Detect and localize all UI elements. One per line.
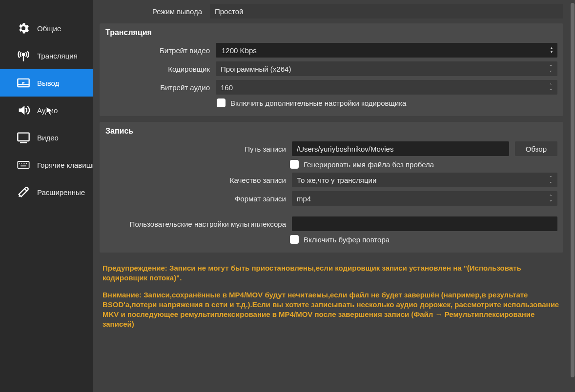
record-format-value: mp4 bbox=[297, 195, 311, 203]
tools-icon bbox=[17, 185, 30, 199]
sidebar-item-label: Аудио bbox=[37, 106, 58, 115]
sidebar-item-hotkeys[interactable]: Горячие клавиши bbox=[0, 151, 93, 178]
filename-no-space-label: Генерировать имя файла без пробела bbox=[304, 160, 434, 169]
browse-button[interactable]: Обзор bbox=[515, 141, 557, 156]
gear-icon bbox=[17, 21, 30, 35]
video-bitrate-value: 1200 Kbps bbox=[222, 46, 257, 55]
keyboard-icon bbox=[17, 158, 30, 172]
speaker-icon bbox=[17, 103, 30, 117]
video-bitrate-label: Битрейт видео bbox=[105, 46, 210, 55]
antenna-icon bbox=[17, 49, 30, 62]
record-panel-title: Запись bbox=[100, 122, 563, 139]
svg-rect-6 bbox=[18, 161, 29, 168]
record-quality-value: То же,что у трансляции bbox=[297, 176, 376, 184]
scrollbar-thumb[interactable] bbox=[571, 3, 575, 377]
browse-button-label: Обзор bbox=[526, 145, 547, 153]
chevrons-icon: ⌃⌄ bbox=[546, 65, 553, 73]
sidebar-item-label: Горячие клавиши bbox=[37, 161, 93, 169]
encoder-row: Кодировщик Программный (x264) ⌃⌄ bbox=[100, 59, 563, 78]
mux-settings-label: Пользовательские настройки мультиплексор… bbox=[105, 220, 286, 228]
sidebar-item-general[interactable]: Общие bbox=[0, 15, 93, 42]
stream-panel-title: Трансляция bbox=[100, 23, 563, 41]
record-format-row: Формат записи mp4 ⌃⌄ bbox=[100, 189, 563, 208]
record-path-input[interactable]: /Users/yuriyboshnikov/Movies bbox=[292, 141, 509, 156]
output-mode-select[interactable]: Простой bbox=[210, 4, 563, 19]
record-format-label: Формат записи bbox=[105, 195, 286, 203]
replay-buffer-row: Включить буфер повтора bbox=[100, 233, 563, 246]
advanced-encoder-checkbox-label: Включить дополнительные настройки кодиро… bbox=[230, 99, 406, 107]
sidebar-item-audio[interactable]: Аудио bbox=[0, 97, 93, 124]
monitor-icon bbox=[17, 131, 30, 144]
encoder-value: Программный (x264) bbox=[221, 65, 291, 73]
mux-settings-input[interactable] bbox=[292, 216, 557, 231]
warning-1: Предупреждение: Записи не могут быть при… bbox=[103, 263, 560, 283]
sidebar-item-label: Расширенные bbox=[37, 188, 85, 196]
output-icon bbox=[17, 76, 30, 90]
main-content: Режим вывода Простой Трансляция Битрейт … bbox=[93, 0, 570, 392]
sidebar-item-label: Видео bbox=[37, 134, 59, 142]
sidebar-item-stream[interactable]: Трансляция bbox=[0, 42, 93, 69]
replay-buffer-checkbox[interactable] bbox=[290, 235, 299, 244]
sidebar-item-label: Вывод bbox=[37, 79, 59, 87]
advanced-encoder-checkbox[interactable] bbox=[217, 98, 226, 107]
chevrons-icon: ⌃⌄ bbox=[546, 195, 553, 202]
vertical-scrollbar[interactable] bbox=[570, 0, 575, 392]
output-mode-row: Режим вывода Простой bbox=[100, 4, 563, 23]
advanced-encoder-checkbox-row: Включить дополнительные настройки кодиро… bbox=[100, 97, 563, 109]
sidebar-item-advanced[interactable]: Расширенные bbox=[0, 178, 93, 206]
output-mode-value: Простой bbox=[215, 7, 243, 16]
chevrons-icon: ⌃⌄ bbox=[546, 83, 553, 91]
replay-buffer-label: Включить буфер повтора bbox=[304, 235, 390, 244]
filename-no-space-checkbox[interactable] bbox=[290, 160, 299, 169]
filename-no-space-row: Генерировать имя файла без пробела bbox=[100, 158, 563, 171]
warning-text: Предупреждение: Записи не могут быть при… bbox=[100, 258, 563, 341]
svg-rect-4 bbox=[18, 133, 29, 141]
record-path-label: Путь записи bbox=[105, 145, 286, 153]
sidebar-item-video[interactable]: Видео bbox=[0, 124, 93, 151]
sidebar-item-output[interactable]: Вывод bbox=[0, 69, 93, 97]
chevrons-icon: ⌃⌄ bbox=[546, 176, 553, 184]
record-quality-row: Качество записи То же,что у трансляции ⌃… bbox=[100, 171, 563, 189]
warning-2: Внимание: Записи,сохранённые в MP4/MOV б… bbox=[103, 290, 560, 330]
record-quality-label: Качество записи bbox=[105, 176, 286, 184]
encoder-label: Кодировщик bbox=[105, 65, 210, 73]
record-quality-select[interactable]: То же,что у трансляции ⌃⌄ bbox=[292, 173, 557, 187]
audio-bitrate-row: Битрейт аудио 160 ⌃⌄ bbox=[100, 78, 563, 97]
record-path-row: Путь записи /Users/yuriyboshnikov/Movies… bbox=[100, 139, 563, 158]
record-panel: Запись Путь записи /Users/yuriyboshnikov… bbox=[100, 122, 563, 253]
settings-sidebar: Общие Трансляция Вывод Аудио Видео Горяч… bbox=[0, 0, 93, 392]
sidebar-item-label: Трансляция bbox=[37, 52, 78, 60]
audio-bitrate-select[interactable]: 160 ⌃⌄ bbox=[216, 80, 557, 95]
record-format-select[interactable]: mp4 ⌃⌄ bbox=[292, 191, 557, 206]
svg-point-0 bbox=[22, 53, 25, 56]
audio-bitrate-label: Битрейт аудио bbox=[105, 83, 210, 92]
record-path-value: /Users/yuriyboshnikov/Movies bbox=[297, 145, 393, 153]
video-bitrate-input[interactable]: 1200 Kbps ▲▼ bbox=[216, 43, 557, 58]
video-bitrate-row: Битрейт видео 1200 Kbps ▲▼ bbox=[100, 41, 563, 59]
encoder-select[interactable]: Программный (x264) ⌃⌄ bbox=[216, 61, 557, 76]
sidebar-item-label: Общие bbox=[37, 24, 61, 33]
stream-panel: Трансляция Битрейт видео 1200 Kbps ▲▼ Ко… bbox=[100, 23, 563, 116]
stepper-icon[interactable]: ▲▼ bbox=[547, 46, 554, 54]
audio-bitrate-value: 160 bbox=[221, 83, 233, 92]
mux-settings-row: Пользовательские настройки мультиплексор… bbox=[100, 208, 563, 233]
output-mode-label: Режим вывода bbox=[100, 7, 204, 16]
